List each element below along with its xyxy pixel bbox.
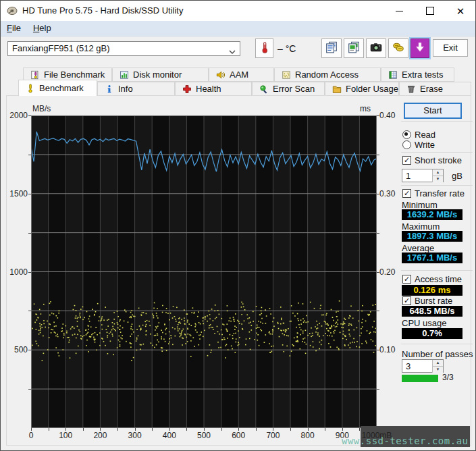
- tab-label: Folder Usage: [346, 84, 398, 94]
- right-axis-tick-label: 0.30: [379, 189, 395, 198]
- exit-button[interactable]: Exit: [433, 39, 468, 57]
- tab-erase[interactable]: Erase: [399, 82, 471, 96]
- divider: [401, 270, 473, 271]
- stepper-down-button[interactable]: ▼: [432, 176, 443, 182]
- left-axis-unit-label: MB/s: [32, 104, 51, 113]
- tab-label: Extra tests: [402, 70, 443, 80]
- access-time-checkbox[interactable]: ✓: [402, 275, 411, 284]
- tab-label: Disk monitor: [133, 70, 182, 80]
- left-axis-tick-label: 1000: [6, 267, 28, 277]
- tab-aam[interactable]: AAM: [209, 68, 274, 82]
- left-axis-tick-label: 2000: [6, 111, 28, 120]
- extra-tests-icon: [388, 70, 398, 80]
- minimize-button[interactable]: [384, 1, 415, 21]
- burst-rate-value: 648.5 MB/s: [402, 306, 462, 317]
- axis-tick: [28, 350, 31, 350]
- maximize-button[interactable]: [415, 1, 445, 21]
- tab-benchmark[interactable]: Benchmark: [18, 80, 97, 96]
- x-axis-tick-label: 600: [221, 431, 255, 440]
- short-stroke-unit: gB: [452, 171, 462, 181]
- donate-icon: [392, 41, 404, 55]
- erase-icon: [406, 84, 416, 94]
- hdd-icon: [7, 5, 18, 16]
- download-icon: [414, 41, 426, 55]
- tab-random-access[interactable]: Random Access: [274, 68, 381, 82]
- tab-extra-tests[interactable]: Extra tests: [381, 68, 454, 82]
- minimum-value: 1639.2 MB/s: [402, 209, 462, 220]
- tab-label: File Benchmark: [44, 70, 105, 80]
- transfer-rate-checkbox[interactable]: ✓: [402, 189, 411, 198]
- stepper-down-button[interactable]: ▼: [432, 366, 443, 373]
- burst-rate-label: Burst rate: [415, 296, 452, 306]
- maximum-label: Maximum: [402, 221, 440, 232]
- tab-disk-monitor[interactable]: Disk monitor: [112, 68, 209, 82]
- right-axis-tick-label: 0.40: [379, 111, 395, 120]
- left-axis-tick-label: 1500: [6, 189, 28, 198]
- access-time-label: Access time: [415, 274, 462, 284]
- window-title: HD Tune Pro 5.75 - Hard Disk/SSD Utility: [22, 5, 183, 16]
- burst-rate-checkbox[interactable]: ✓: [402, 296, 411, 305]
- chevron-down-icon: [229, 47, 236, 52]
- x-axis-tick-label: 300: [118, 431, 152, 440]
- close-button[interactable]: ✕: [445, 1, 476, 21]
- copy-text-button[interactable]: [321, 38, 342, 58]
- start-button[interactable]: Start: [404, 103, 462, 119]
- axis-tick: [377, 350, 379, 350]
- tab-label: Erase: [420, 84, 443, 94]
- x-axis-tick-label: 800: [291, 431, 325, 440]
- donate-button[interactable]: [388, 38, 408, 58]
- x-axis-tick-label: 0: [14, 431, 48, 440]
- tab-health[interactable]: Health: [175, 82, 252, 96]
- right-axis-tick-label: 0.10: [379, 345, 395, 354]
- maximum-value: 1897.3 MB/s: [402, 231, 462, 242]
- temperature-value: – °C: [277, 43, 296, 54]
- tab-label: Info: [118, 84, 133, 94]
- file-benchmark-icon: [30, 70, 40, 80]
- left-axis-tick-label: 500: [6, 345, 28, 354]
- x-axis-tick-label: 400: [153, 431, 186, 440]
- tab-error-scan[interactable]: Error Scan: [252, 82, 325, 96]
- minimum-label: Minimum: [402, 200, 438, 210]
- download-button[interactable]: [411, 38, 429, 58]
- device-select[interactable]: FanxiangFF951 (512 gB): [7, 41, 240, 56]
- short-stroke-label: Short stroke: [415, 155, 462, 165]
- x-axis-tick-label: 200: [83, 431, 117, 440]
- average-label: Average: [402, 243, 434, 253]
- info-icon: [105, 84, 114, 94]
- read-radio[interactable]: [402, 130, 411, 139]
- axis-tick: [28, 115, 31, 116]
- short-stroke-checkbox[interactable]: ✓: [402, 156, 411, 165]
- watermark: www.ssd-tester.com.au: [342, 435, 469, 446]
- screenshot-button[interactable]: [366, 38, 386, 58]
- stepper-up-button[interactable]: ▲: [432, 360, 443, 366]
- tab-folder-usage[interactable]: Folder Usage: [325, 82, 399, 96]
- cpu-usage-label: CPU usage: [402, 318, 446, 328]
- stepper-up-button[interactable]: ▲: [432, 169, 443, 176]
- number-of-passes-value: 3: [406, 361, 411, 371]
- short-stroke-size-value: 1: [406, 171, 411, 181]
- pass-progress-label: 3/3: [442, 373, 454, 382]
- tab-label: AAM: [230, 70, 248, 80]
- tab-info[interactable]: Info: [97, 82, 175, 96]
- menu-item-help[interactable]: Help: [27, 21, 57, 36]
- write-radio[interactable]: [402, 140, 411, 149]
- right-axis-tick-label: 0.20: [379, 267, 395, 277]
- number-of-passes-label: Number of passes: [402, 349, 473, 359]
- tab-label: Health: [196, 84, 221, 94]
- axis-tick: [28, 233, 31, 234]
- temperature-button[interactable]: [255, 38, 273, 58]
- right-axis-unit-label: ms: [360, 104, 371, 113]
- copy-image-button[interactable]: [344, 38, 364, 58]
- app-window: HD Tune Pro 5.75 - Hard Disk/SSD Utility…: [0, 0, 476, 451]
- short-stroke-size-stepper[interactable]: 1 ▲ ▼: [402, 169, 444, 182]
- x-axis-tick-label: 100: [49, 431, 82, 440]
- access-time-value: 0.126 ms: [402, 285, 462, 296]
- menubar: FileHelp: [1, 21, 475, 36]
- divider: [401, 121, 473, 122]
- transfer-rate-label: Transfer rate: [415, 188, 465, 198]
- number-of-passes-stepper[interactable]: 3 ▲ ▼: [402, 359, 444, 373]
- aam-icon: [216, 70, 226, 80]
- menu-item-file[interactable]: File: [1, 21, 27, 36]
- copy-text-icon: [325, 41, 338, 55]
- titlebar: HD Tune Pro 5.75 - Hard Disk/SSD Utility…: [1, 1, 475, 21]
